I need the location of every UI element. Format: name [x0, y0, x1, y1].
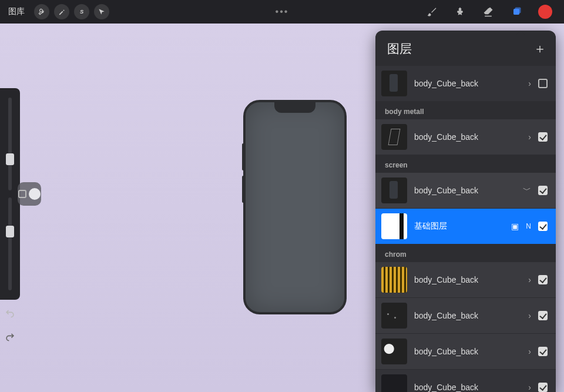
undo-icon — [4, 307, 16, 319]
layer-name: 基础图层 — [414, 221, 504, 232]
layer-row[interactable]: body_Cube_back› — [375, 262, 556, 297]
layer-row[interactable]: 基础图层▣N — [375, 209, 556, 244]
layer-row-controls: › — [528, 311, 548, 320]
layer-name: body_Cube_back — [414, 347, 521, 356]
chevron-right-icon[interactable]: › — [528, 275, 531, 284]
blend-mode-label[interactable]: N — [526, 222, 531, 230]
layer-group-header[interactable]: body metall — [375, 102, 556, 119]
layer-row[interactable]: body_Cube_back› — [375, 370, 556, 392]
canvas-model-phone[interactable] — [243, 100, 347, 314]
chevron-down-icon[interactable]: ﹀ — [523, 185, 531, 196]
layer-row[interactable]: body_Cube_back› — [375, 334, 556, 369]
wrench-button[interactable] — [34, 4, 49, 19]
top-left-group: 图库 S — [4, 4, 109, 19]
modify-button[interactable] — [18, 182, 41, 206]
eraser-icon — [482, 6, 494, 18]
layer-name: body_Cube_back — [414, 311, 521, 320]
layer-thumbnail[interactable] — [381, 303, 407, 329]
dot-icon — [29, 188, 41, 200]
svg-rect-2 — [515, 8, 521, 14]
layer-row-controls: › — [528, 347, 548, 356]
layer-row-controls: › — [528, 383, 548, 392]
layer-row[interactable]: body_Cube_back﹀ — [375, 173, 556, 208]
layer-thumbnail[interactable] — [381, 71, 407, 96]
brush-size-slider[interactable] — [8, 98, 12, 190]
chevron-right-icon[interactable]: › — [528, 132, 531, 142]
reference-icon[interactable]: ▣ — [511, 222, 519, 231]
layer-visibility-checkbox[interactable] — [538, 222, 548, 231]
layer-visibility-checkbox[interactable] — [538, 186, 548, 195]
left-slider-rail — [0, 88, 20, 300]
layer-list[interactable]: body_Cube_back›body metallbody_Cube_back… — [375, 66, 556, 392]
layers-panel: 图层 ＋ body_Cube_back›body metallbody_Cube… — [375, 31, 556, 392]
redo-button[interactable] — [4, 331, 16, 345]
layer-visibility-checkbox[interactable] — [538, 275, 548, 284]
layer-thumbnail[interactable] — [381, 124, 407, 150]
layer-visibility-checkbox[interactable] — [538, 347, 548, 356]
top-toolbar: 图库 S ••• — [0, 0, 564, 24]
wand-icon — [58, 8, 66, 16]
svg-text:S: S — [80, 9, 84, 15]
adjust-button[interactable] — [54, 4, 69, 19]
smudge-tool[interactable] — [454, 5, 466, 18]
layer-group-header[interactable]: chrom — [375, 244, 556, 262]
brush-tool[interactable] — [425, 5, 438, 18]
slider-thumb[interactable] — [6, 226, 14, 237]
layer-visibility-checkbox[interactable] — [538, 132, 548, 142]
layer-row[interactable]: body_Cube_back› — [375, 298, 556, 333]
layers-panel-header: 图层 ＋ — [375, 31, 556, 66]
layer-thumbnail[interactable] — [381, 177, 407, 203]
layer-row-controls: › — [528, 132, 548, 142]
brush-icon — [426, 6, 438, 18]
chevron-right-icon[interactable]: › — [528, 347, 531, 356]
cursor-icon — [98, 8, 106, 16]
gallery-button[interactable]: 图库 — [4, 6, 29, 17]
smudge-icon — [454, 6, 466, 18]
wrench-icon — [38, 8, 46, 16]
eraser-tool[interactable] — [482, 5, 495, 18]
selection-button[interactable]: S — [74, 4, 89, 19]
layer-row[interactable]: body_Cube_back› — [375, 119, 556, 155]
layer-row-controls: ▣N — [511, 222, 548, 231]
brush-opacity-slider[interactable] — [8, 197, 12, 290]
layer-visibility-checkbox[interactable] — [538, 383, 548, 392]
layer-thumbnail[interactable] — [381, 267, 407, 293]
layer-row-controls: › — [528, 275, 548, 284]
layers-tool[interactable] — [510, 5, 523, 18]
transform-button[interactable] — [94, 4, 109, 19]
ellipsis-menu[interactable]: ••• — [276, 6, 289, 17]
add-layer-button[interactable]: ＋ — [533, 40, 546, 58]
layers-icon — [511, 6, 522, 18]
layer-thumbnail[interactable] — [381, 213, 407, 239]
layer-thumbnail[interactable] — [381, 339, 407, 364]
layer-name: body_Cube_back — [414, 132, 521, 142]
undo-button[interactable] — [4, 307, 16, 321]
redo-icon — [4, 331, 16, 343]
chevron-right-icon[interactable]: › — [528, 383, 531, 392]
square-icon — [18, 190, 26, 198]
layer-name: body_Cube_back — [414, 186, 516, 195]
layer-group-header[interactable]: screen — [375, 155, 556, 173]
s-icon: S — [78, 8, 86, 16]
layer-visibility-checkbox[interactable] — [538, 79, 548, 88]
layer-row-controls: › — [528, 79, 548, 88]
layer-name: body_Cube_back — [414, 275, 521, 284]
layer-thumbnail[interactable] — [381, 374, 407, 392]
chevron-right-icon[interactable]: › — [528, 311, 531, 320]
phone-side-button — [242, 143, 244, 170]
chevron-right-icon[interactable]: › — [528, 79, 531, 88]
phone-side-button — [242, 176, 244, 203]
color-swatch[interactable] — [538, 5, 552, 19]
undo-redo-group — [0, 307, 20, 345]
slider-thumb[interactable] — [6, 153, 14, 165]
layer-row-controls: ﹀ — [523, 185, 548, 196]
layer-visibility-checkbox[interactable] — [538, 311, 548, 320]
layer-row[interactable]: body_Cube_back› — [375, 66, 556, 101]
layers-panel-title: 图层 — [387, 41, 412, 57]
layer-name: body_Cube_back — [414, 79, 521, 88]
top-right-group — [425, 5, 560, 19]
layer-name: body_Cube_back — [414, 383, 521, 392]
